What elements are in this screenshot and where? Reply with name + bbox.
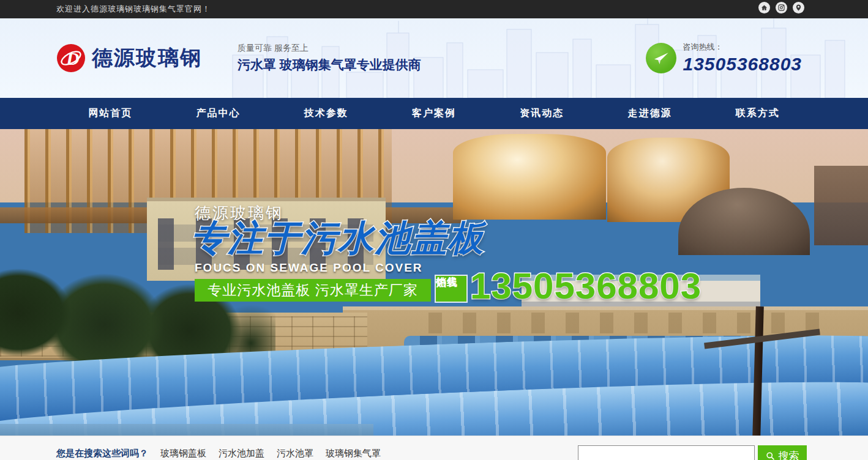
nav-item-products[interactable]: 产品中心 — [164, 98, 272, 129]
hotline-number: 13505368803 — [683, 54, 802, 75]
hero-banner: 德源玻璃钢 专注于污水池盖板 FOUCS ON SEWAGE POOL COVE… — [0, 129, 868, 436]
search-button-label: 搜索 — [779, 449, 799, 460]
hotline-label: 咨询热线： — [683, 42, 802, 53]
location-icon[interactable] — [793, 2, 804, 13]
hotline-text: 咨询热线： 13505368803 — [683, 42, 802, 75]
keyword-link[interactable]: 玻璃钢盖板 — [160, 448, 206, 459]
search-icon — [766, 451, 775, 460]
logo-icon: D — [56, 43, 86, 73]
slogan: 质量可靠 服务至上 污水罩 玻璃钢集气罩专业提供商 — [238, 43, 421, 73]
keyword-link[interactable]: 玻璃钢集气罩 — [326, 448, 381, 459]
slogan-large: 污水罩 玻璃钢集气罩专业提供商 — [238, 56, 421, 73]
hero-headline: 专注于污水池盖板 — [191, 215, 485, 262]
topbar-social-icons — [758, 2, 804, 13]
hero-photo-wall-markings — [428, 313, 832, 333]
search-button[interactable]: 搜索 — [758, 445, 807, 460]
nav-item-contact[interactable]: 联系方式 — [704, 98, 812, 129]
slogan-small: 质量可靠 服务至上 — [238, 43, 421, 54]
nav-item-cases[interactable]: 客户案例 — [380, 98, 488, 129]
header: D 德源玻璃钢 质量可靠 服务至上 污水罩 玻璃钢集气罩专业提供商 咨询热线： … — [0, 18, 868, 98]
search-prompt: 您是在搜索这些词吗？ — [56, 448, 148, 459]
keyword-link[interactable]: 污水池罩 — [277, 448, 313, 459]
hero-subline: FOUCS ON SEWAGE POOL COVER — [195, 261, 423, 275]
hero-photo-building — [814, 166, 868, 245]
logo-text: 德源玻璃钢 — [92, 44, 202, 72]
paper-plane-icon — [646, 43, 676, 73]
hotline: 咨询热线： 13505368803 — [646, 42, 802, 75]
hero-photo-tank — [453, 134, 606, 220]
hero-sales-label-line2: 热线 — [436, 276, 458, 289]
hero-sales-label: 销售 热线 — [436, 276, 466, 302]
keyword-link[interactable]: 污水池加盖 — [219, 448, 264, 459]
header-inner: D 德源玻璃钢 质量可靠 服务至上 污水罩 玻璃钢集气罩专业提供商 咨询热线： … — [0, 18, 868, 98]
topbar: 欢迎进入德源玻璃钢玻璃钢集气罩官网！ — [0, 0, 868, 18]
nav-item-home[interactable]: 网站首页 — [56, 98, 164, 129]
camera-icon[interactable] — [776, 2, 787, 13]
hero-badge: 专业污水池盖板 污水罩生产厂家 — [195, 279, 431, 302]
search-strip: 您是在搜索这些词吗？ 玻璃钢盖板 污水池加盖 污水池罩 玻璃钢集气罩 搜索 — [0, 436, 868, 460]
hero-photo-blue-cover-row — [0, 424, 373, 436]
home-icon[interactable] — [758, 2, 770, 13]
search-input[interactable] — [578, 445, 755, 460]
nav-item-specs[interactable]: 技术参数 — [272, 98, 380, 129]
search-keywords: 您是在搜索这些词吗？ 玻璃钢盖板 污水池加盖 污水池罩 玻璃钢集气罩 — [56, 448, 381, 459]
nav-item-news[interactable]: 资讯动态 — [488, 98, 596, 129]
main-nav: 网站首页 产品中心 技术参数 客户案例 资讯动态 走进德源 联系方式 — [0, 98, 868, 129]
nav-item-about[interactable]: 走进德源 — [596, 98, 703, 129]
welcome-text: 欢迎进入德源玻璃钢玻璃钢集气罩官网！ — [56, 4, 211, 15]
page: 欢迎进入德源玻璃钢玻璃钢集气罩官网！ — [0, 0, 868, 460]
hero-sales-number: 13505368803 — [470, 265, 702, 307]
logo[interactable]: D 德源玻璃钢 — [56, 43, 202, 73]
